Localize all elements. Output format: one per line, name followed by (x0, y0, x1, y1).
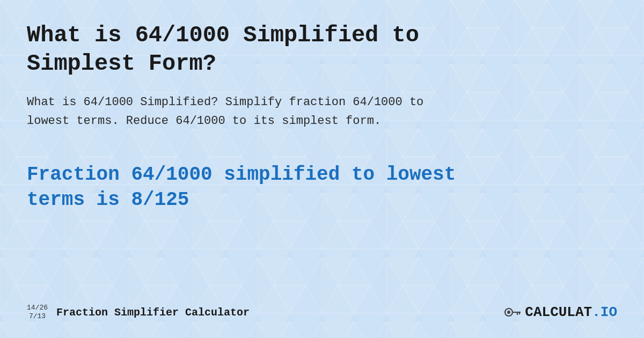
fraction-numerator: 14/26 (27, 304, 48, 312)
fraction-display: 14/26 7/13 (27, 304, 48, 320)
result-section: Fraction 64/1000 simplified to lowest te… (27, 163, 617, 213)
calculator-name: Fraction Simplifier Calculator (56, 306, 250, 319)
fraction-denominator: 7/13 (29, 312, 46, 321)
logo-area: CALCULAT.IO (502, 303, 617, 322)
svg-point-13 (507, 311, 510, 314)
logo-text: CALCULAT.IO (525, 304, 617, 320)
logo-icon (502, 303, 522, 322)
footer: 14/26 7/13 Fraction Simplifier Calculato… (27, 303, 617, 322)
page-description: What is 64/1000 Simplified? Simplify fra… (27, 93, 467, 130)
page-title: What is 64/1000 Simplified to Simplest F… (27, 21, 467, 78)
result-text: Fraction 64/1000 simplified to lowest te… (27, 163, 510, 213)
